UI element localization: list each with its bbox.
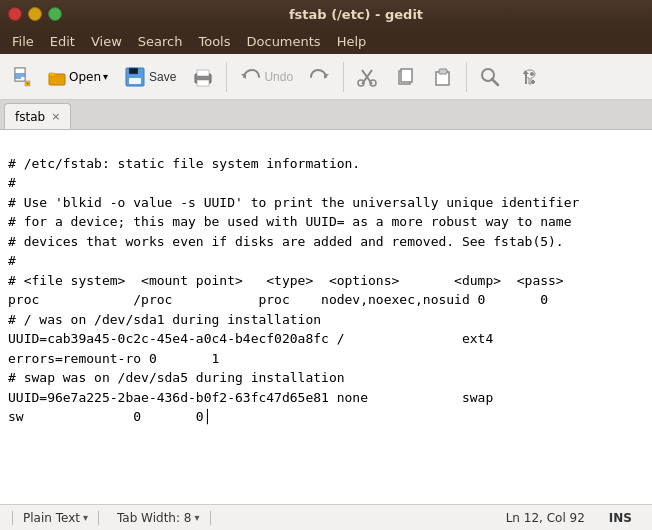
menu-file[interactable]: File <box>4 32 42 51</box>
save-button[interactable]: Save <box>117 61 183 93</box>
svg-marker-15 <box>324 74 329 79</box>
redo-icon <box>309 66 331 88</box>
copy-button[interactable] <box>387 61 423 93</box>
svg-rect-13 <box>197 70 209 76</box>
tools-icon <box>517 66 539 88</box>
svg-rect-12 <box>197 80 209 86</box>
new-icon: + <box>11 66 33 88</box>
tab-close-button[interactable]: × <box>51 111 60 122</box>
new-button[interactable]: + <box>4 61 40 93</box>
separator-3 <box>466 62 467 92</box>
save-icon <box>124 66 146 88</box>
plain-text-dropdown-arrow[interactable]: ▾ <box>83 512 88 523</box>
tab-width-item[interactable]: Tab Width: 8 ▾ <box>107 511 211 525</box>
svg-rect-9 <box>129 68 138 74</box>
cut-icon <box>356 66 378 88</box>
paste-button[interactable] <box>425 61 461 93</box>
svg-rect-10 <box>129 78 141 84</box>
main-window: fstab (/etc) - gedit File Edit View Sear… <box>0 0 652 530</box>
plain-text-item[interactable]: Plain Text ▾ <box>12 511 99 525</box>
insert-mode: INS <box>601 511 640 525</box>
search-icon <box>479 66 501 88</box>
tab-fstab[interactable]: fstab × <box>4 103 71 129</box>
menu-view[interactable]: View <box>83 32 130 51</box>
editor-line-1: # /etc/fstab: static file system informa… <box>8 156 579 425</box>
open-button-group[interactable]: Open ▾ <box>42 63 115 91</box>
undo-icon <box>239 66 261 88</box>
maximize-button[interactable] <box>48 7 62 21</box>
search-button[interactable] <box>472 61 508 93</box>
minimize-button[interactable] <box>28 7 42 21</box>
toolbar: + Open ▾ Save <box>0 54 652 100</box>
tab-width-dropdown-arrow[interactable]: ▾ <box>194 512 199 523</box>
svg-rect-23 <box>439 69 447 74</box>
close-button[interactable] <box>8 7 22 21</box>
window-title: fstab (/etc) - gedit <box>68 7 644 22</box>
status-bar: Plain Text ▾ Tab Width: 8 ▾ Ln 12, Col 9… <box>0 504 652 530</box>
menu-edit[interactable]: Edit <box>42 32 83 51</box>
tab-bar: fstab × <box>0 100 652 130</box>
tab-width-label: Tab Width: 8 <box>117 511 191 525</box>
svg-text:+: + <box>26 80 30 86</box>
undo-label: Undo <box>264 70 293 84</box>
redo-button[interactable] <box>302 61 338 93</box>
cursor-position: Ln 12, Col 92 <box>490 511 601 525</box>
copy-icon <box>394 66 416 88</box>
open-icon <box>47 66 69 88</box>
cut-button[interactable] <box>349 61 385 93</box>
tools-button[interactable] <box>510 61 546 93</box>
editor-area[interactable]: # /etc/fstab: static file system informa… <box>0 130 652 504</box>
svg-point-26 <box>530 72 534 76</box>
title-bar: fstab (/etc) - gedit <box>0 0 652 28</box>
separator-2 <box>343 62 344 92</box>
print-icon <box>192 66 214 88</box>
save-label: Save <box>149 70 176 84</box>
undo-button[interactable]: Undo <box>232 61 300 93</box>
paste-icon <box>432 66 454 88</box>
separator-1 <box>226 62 227 92</box>
menu-search[interactable]: Search <box>130 32 191 51</box>
plain-text-label: Plain Text <box>23 511 80 525</box>
print-button[interactable] <box>185 61 221 93</box>
menu-bar: File Edit View Search Tools Documents He… <box>0 28 652 54</box>
svg-rect-21 <box>401 69 412 82</box>
open-label: Open <box>69 70 101 84</box>
svg-marker-14 <box>241 74 246 79</box>
menu-tools[interactable]: Tools <box>190 32 238 51</box>
menu-help[interactable]: Help <box>329 32 375 51</box>
open-dropdown-arrow[interactable]: ▾ <box>101 71 110 82</box>
svg-line-25 <box>492 79 498 85</box>
tab-label: fstab <box>15 110 45 124</box>
menu-documents[interactable]: Documents <box>239 32 329 51</box>
